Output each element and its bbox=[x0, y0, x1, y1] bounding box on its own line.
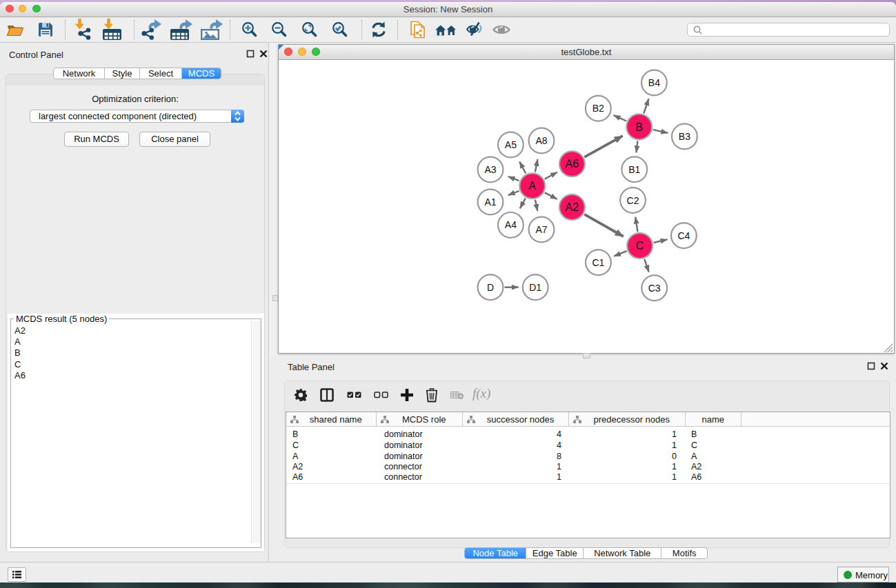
svg-text:B2: B2 bbox=[593, 103, 604, 114]
svg-text:C: C bbox=[636, 240, 644, 252]
svg-text:A5: A5 bbox=[505, 139, 517, 150]
svg-text:A1: A1 bbox=[484, 196, 496, 207]
svg-text:A7: A7 bbox=[535, 224, 547, 235]
svg-text:A4: A4 bbox=[505, 219, 517, 230]
svg-text:B: B bbox=[635, 121, 643, 133]
svg-text:D1: D1 bbox=[529, 282, 541, 293]
svg-text:A2: A2 bbox=[566, 201, 579, 213]
svg-text:C2: C2 bbox=[627, 195, 639, 206]
svg-text:B1: B1 bbox=[628, 164, 640, 175]
svg-text:A3: A3 bbox=[484, 164, 496, 175]
svg-text:C3: C3 bbox=[648, 283, 661, 294]
svg-text:A8: A8 bbox=[535, 135, 547, 146]
svg-text:B3: B3 bbox=[679, 131, 690, 142]
svg-text:B4: B4 bbox=[648, 77, 660, 88]
svg-text:C1: C1 bbox=[592, 257, 604, 268]
svg-text:D: D bbox=[487, 282, 494, 293]
svg-text:A6: A6 bbox=[566, 158, 579, 170]
svg-text:C4: C4 bbox=[677, 230, 690, 241]
svg-text:A: A bbox=[528, 180, 536, 192]
